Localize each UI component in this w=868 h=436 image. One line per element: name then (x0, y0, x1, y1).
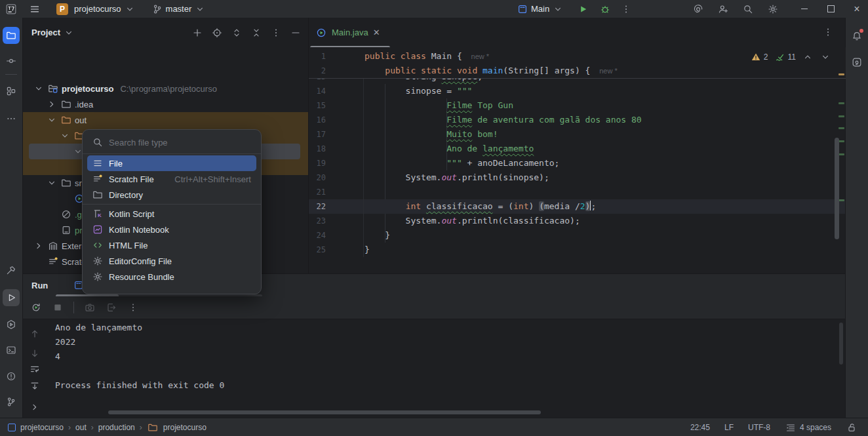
tab-title: Main.java (332, 28, 368, 37)
file-encoding[interactable]: UTF-8 (748, 423, 770, 432)
popup-item-directory[interactable]: Directory (87, 187, 256, 203)
right-tool-stripe (845, 18, 868, 418)
chevron-down-icon (124, 3, 136, 15)
services-icon (5, 319, 17, 330)
run-console[interactable]: Ano de lançamemto20224Process finished w… (22, 320, 846, 419)
typo-stripe-mark[interactable] (838, 115, 844, 117)
ai-assistant-icon[interactable] (692, 3, 704, 15)
down-stacktrace-icon[interactable] (29, 347, 41, 359)
warning-stripe-mark[interactable] (838, 73, 844, 75)
folder-project-icon (47, 83, 59, 94)
hide-panel-button[interactable] (290, 27, 302, 39)
editor-tab-main-java[interactable]: Main.java ✕ (315, 18, 380, 47)
main-menu-icon[interactable] (29, 3, 41, 15)
project-widget[interactable]: P projetocurso (56, 3, 136, 15)
typo-stripe-mark[interactable] (838, 153, 844, 155)
git-tool-button[interactable] (0, 393, 22, 411)
close-button[interactable]: × (852, 5, 861, 14)
typo-count: 11 (788, 52, 796, 62)
line-ending[interactable]: LF (724, 423, 734, 432)
branch-widget[interactable]: master (151, 3, 207, 15)
minimize-button[interactable] (800, 5, 809, 14)
next-problem-icon[interactable] (819, 51, 831, 63)
typo-stripe-mark[interactable] (838, 199, 844, 201)
commit-tool-button[interactable] (0, 52, 22, 70)
problems-icon (5, 370, 17, 382)
more-tools-button[interactable] (0, 109, 22, 128)
editor-content[interactable]: 13 String sinopse;14 sinopse = """15 Fil… (309, 47, 846, 273)
gear-icon (92, 271, 104, 283)
tree-row-projetocurso[interactable]: projetocursoC:\programa\projetocurso (22, 81, 308, 96)
locate-file-button[interactable] (211, 27, 223, 39)
popup-search-field[interactable]: Search file type (83, 130, 261, 152)
run-config-name[interactable]: Main (531, 4, 549, 14)
breadcrumb[interactable]: projetocurso›out›production›projetocurso (0, 422, 207, 433)
console-options-icon[interactable] (127, 302, 139, 313)
editor-scrollbar-thumb[interactable] (835, 138, 839, 239)
popup-item-html-file[interactable]: HTML File (87, 237, 256, 253)
soft-wrap-icon[interactable] (29, 363, 41, 375)
breadcrumb-item[interactable]: projetocurso (20, 423, 64, 432)
scroll-to-end-icon[interactable] (29, 380, 41, 392)
ai-box-icon (851, 56, 863, 68)
project-tool-button[interactable] (3, 27, 20, 44)
breadcrumb-item[interactable]: projetocurso (163, 423, 207, 432)
inspections-widget[interactable]: 2 11 (750, 51, 831, 63)
indent-setting[interactable]: 4 spaces (785, 422, 831, 433)
typo-stripe-mark[interactable] (838, 140, 844, 142)
chev-right-s-icon (33, 240, 45, 252)
popup-item-kotlin-script[interactable]: KKotlin Script (87, 206, 256, 222)
snapshot-button[interactable] (84, 302, 96, 313)
popup-item-kotlin-notebook[interactable]: Kotlin Notebook (87, 222, 256, 237)
typo-stripe-mark[interactable] (838, 102, 844, 104)
console-hscrollbar-thumb[interactable] (108, 410, 541, 414)
console-output[interactable]: Ano de lançamemto20224Process finished w… (55, 321, 833, 393)
close-tab-icon[interactable]: ✕ (373, 28, 380, 37)
console-prompt-icon[interactable] (29, 401, 41, 413)
services-tool-button[interactable] (0, 315, 22, 334)
left-tool-stripe (0, 18, 23, 418)
panel-options-button[interactable] (270, 27, 282, 39)
popup-item-editorconfig-file[interactable]: EditorConfig File (87, 253, 256, 269)
more-actions-icon[interactable] (620, 3, 632, 15)
attach-button[interactable] (106, 302, 117, 313)
breadcrumb-item[interactable]: out (75, 423, 87, 432)
ai-chat-button[interactable] (846, 53, 868, 71)
code-with-me-icon[interactable] (717, 3, 729, 15)
structure-tool-button[interactable] (0, 82, 22, 100)
expand-all-button[interactable] (231, 27, 243, 39)
terminal-tool-button[interactable] (0, 341, 22, 359)
project-panel-header: Project (22, 18, 308, 47)
console-line: Process finished with exit code 0 (55, 378, 833, 393)
build-tool-button[interactable] (0, 262, 22, 280)
typo-stripe-mark[interactable] (838, 127, 844, 129)
search-everywhere-icon[interactable] (742, 3, 754, 15)
problems-tool-button[interactable] (0, 367, 22, 386)
code-line-22: 22 int classificacao = (int) (media /2); (309, 199, 846, 214)
run-tool-button[interactable] (3, 289, 20, 306)
stop-button[interactable] (52, 302, 64, 313)
notifications-button[interactable] (846, 27, 868, 45)
popup-item-scratch-file[interactable]: Scratch FileCtrl+Alt+Shift+Insert (87, 171, 256, 187)
breadcrumb-item[interactable]: production (98, 423, 135, 432)
prev-problem-icon[interactable] (802, 51, 814, 63)
maximize-button[interactable] (826, 5, 835, 14)
tree-row-.idea[interactable]: .idea (22, 96, 308, 112)
run-button[interactable] (577, 3, 589, 15)
editor-area: Main.java ✕ 13 String sinopse;14 sinopse… (309, 18, 846, 273)
up-stacktrace-icon[interactable] (29, 328, 41, 340)
tree-row-out[interactable]: out (22, 112, 308, 128)
new-item-button[interactable] (191, 27, 203, 39)
project-panel-title[interactable]: Project (31, 27, 75, 39)
collapse-all-button[interactable] (250, 27, 262, 39)
debug-button[interactable] (599, 3, 611, 15)
popup-item-resource-bundle[interactable]: Resource Bundle (87, 269, 256, 285)
lock-icon[interactable] (846, 422, 858, 433)
settings-icon[interactable] (767, 3, 779, 15)
tab-options-icon[interactable] (822, 26, 834, 38)
chevron-down-icon[interactable] (552, 3, 564, 15)
rerun-button[interactable] (30, 302, 42, 313)
caret-position[interactable]: 22:45 (690, 423, 710, 432)
popup-item-file[interactable]: File (87, 155, 256, 171)
console-vscrollbar-thumb[interactable] (839, 323, 843, 365)
